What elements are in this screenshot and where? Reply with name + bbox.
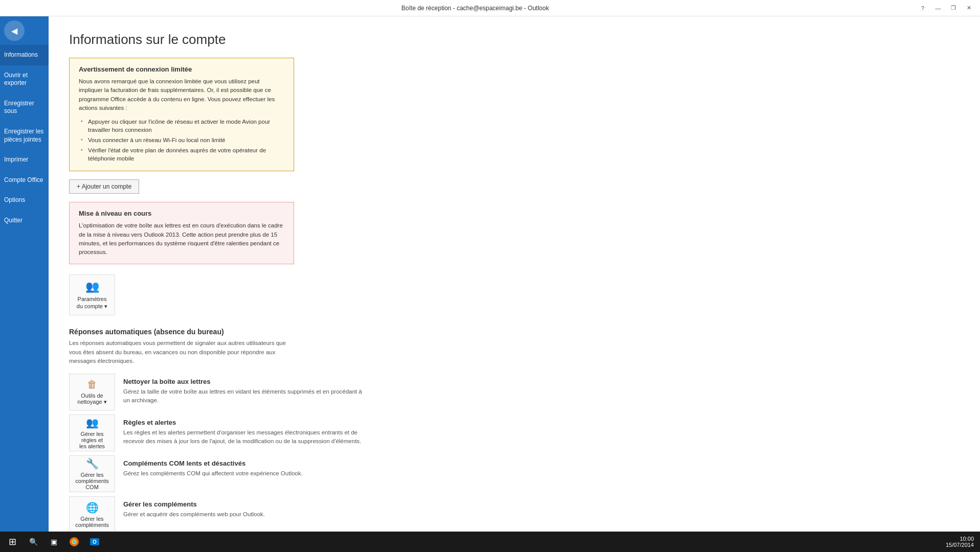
- com-text: Compléments COM lents et désactivés Gére…: [123, 455, 303, 478]
- rules-text: Règles et alertes Les règles et les aler…: [123, 415, 366, 446]
- sidebar-item-compte-office[interactable]: Compte Office: [0, 170, 49, 191]
- minimize-button[interactable]: —: [931, 3, 945, 14]
- warning-box: Avertissement de connexion limitée Nous …: [69, 58, 294, 171]
- svg-point-2: [73, 540, 76, 543]
- com-button[interactable]: 🔧 Gérer lescompléments COM: [69, 455, 115, 492]
- cleanup-icon: 🗑: [87, 379, 97, 390]
- restore-button[interactable]: ❐: [946, 3, 961, 14]
- svg-text:O: O: [93, 539, 97, 545]
- rules-button[interactable]: 👥 Gérer les règles etles alertes: [69, 415, 115, 451]
- back-icon: ◀: [11, 26, 17, 36]
- window-controls: ? — ❐ ✕: [916, 3, 976, 14]
- sidebar-item-enregistrer-pieces[interactable]: Enregistrer les pièces jointes: [0, 122, 49, 150]
- back-button[interactable]: ◀: [4, 20, 25, 41]
- addins-desc: Gérer et acquérir des compléments web po…: [123, 510, 265, 519]
- firefox-icon: [69, 536, 80, 547]
- page-title: Informations sur le compte: [69, 32, 960, 48]
- warning-list: Appuyer ou cliquer sur l'icône de réseau…: [79, 117, 284, 164]
- com-title: Compléments COM lents et désactivés: [123, 459, 303, 467]
- auto-replies-title: Réponses automatiques (absence du bureau…: [69, 328, 960, 336]
- sidebar-item-ouvrir-exporter[interactable]: Ouvrir et exporter: [0, 65, 49, 94]
- firefox-taskbar-button[interactable]: [64, 533, 84, 551]
- warning-item-2: Vous connecter à un réseau Wi-Fi ou loca…: [79, 135, 284, 145]
- outlook-taskbar-button[interactable]: O: [85, 533, 104, 551]
- sidebar-item-quitter[interactable]: Quitter: [0, 211, 49, 231]
- tool-row-com: 🔧 Gérer lescompléments COM Compléments C…: [69, 455, 366, 492]
- app-container: ◀ Informations Ouvrir et exporter Enregi…: [0, 16, 980, 532]
- close-button[interactable]: ✕: [962, 3, 976, 14]
- taskbar: ⊞ 🔍 ▣ O 10:00 15/07/2014: [0, 532, 980, 552]
- cleanup-button[interactable]: 🗑 Outils denettoyage ▾: [69, 374, 115, 410]
- auto-replies-section: Réponses automatiques (absence du bureau…: [69, 328, 960, 365]
- sidebar-item-imprimer[interactable]: Imprimer: [0, 150, 49, 170]
- task-view-icon: ▣: [48, 536, 59, 547]
- addins-button[interactable]: 🌐 Gérer lescompléments: [69, 496, 115, 532]
- help-button[interactable]: ?: [916, 3, 930, 14]
- auto-replies-desc: Les réponses automatiques vous permetten…: [69, 339, 299, 365]
- clock-time: 10:00: [946, 536, 974, 542]
- warning-text: Nous avons remarqué que la connexion lim…: [79, 77, 284, 112]
- rules-icon: 👥: [86, 417, 99, 429]
- sidebar: ◀ Informations Ouvrir et exporter Enregi…: [0, 16, 49, 532]
- tool-row-addins: 🌐 Gérer lescompléments Gérer les complém…: [69, 496, 366, 532]
- content-area: Informations sur le compte Avertissement…: [49, 16, 980, 532]
- rules-title: Règles et alertes: [123, 419, 366, 426]
- account-settings-container: 👥 Paramètresdu compte ▾: [69, 274, 960, 315]
- tool-row-cleanup: 🗑 Outils denettoyage ▾ Nettoyer la boîte…: [69, 374, 366, 410]
- task-view-button[interactable]: ▣: [44, 533, 63, 551]
- addins-icon: 🌐: [86, 501, 99, 514]
- taskbar-clock: 10:00 15/07/2014: [942, 536, 978, 548]
- account-settings-icon: 👥: [85, 280, 99, 293]
- upgrade-text: L'optimisation de votre boîte aux lettre…: [79, 221, 284, 257]
- addins-text: Gérer les compléments Gérer et acquérir …: [123, 496, 265, 519]
- search-taskbar-button[interactable]: 🔍: [24, 533, 43, 551]
- com-label: Gérer lescompléments COM: [73, 472, 112, 490]
- upgrade-box: Mise à niveau en cours L'optimisation de…: [69, 202, 294, 264]
- start-button[interactable]: ⊞: [2, 532, 23, 552]
- cleanup-label: Outils denettoyage ▾: [77, 393, 106, 405]
- add-account-button[interactable]: + Ajouter un compte: [69, 179, 139, 194]
- sidebar-item-enregistrer-sous[interactable]: Enregistrer sous: [0, 94, 49, 122]
- cleanup-text: Nettoyer la boîte aux lettres Gérez la t…: [123, 374, 366, 405]
- start-icon: ⊞: [9, 536, 16, 547]
- search-taskbar-icon: 🔍: [28, 536, 39, 547]
- addins-title: Gérer les compléments: [123, 500, 265, 508]
- warning-item-3: Vérifier l'état de votre plan de données…: [79, 145, 284, 164]
- upgrade-heading: Mise à niveau en cours: [79, 210, 284, 217]
- tool-row-rules: 👥 Gérer les règles etles alertes Règles …: [69, 415, 366, 451]
- warning-item-1: Appuyer ou cliquer sur l'icône de réseau…: [79, 117, 284, 135]
- com-icon: 🔧: [86, 457, 99, 470]
- cleanup-desc: Gérez la taille de votre boîte aux lettr…: [123, 387, 366, 405]
- window-title: Boîte de réception - cache@espaceimagi.b…: [35, 5, 916, 12]
- cleanup-title: Nettoyer la boîte aux lettres: [123, 378, 366, 385]
- warning-heading: Avertissement de connexion limitée: [79, 65, 284, 73]
- rules-label: Gérer les règles etles alertes: [73, 431, 112, 449]
- account-settings-label: Paramètresdu compte ▾: [77, 295, 107, 310]
- com-desc: Gérez les compléments COM qui affectent …: [123, 469, 303, 478]
- account-settings-button[interactable]: 👥 Paramètresdu compte ▾: [69, 274, 115, 315]
- sidebar-item-informations[interactable]: Informations: [0, 45, 49, 65]
- rules-desc: Les règles et les alertes permettent d'o…: [123, 428, 366, 446]
- titlebar: Boîte de réception - cache@espaceimagi.b…: [0, 0, 980, 16]
- addins-label: Gérer lescompléments: [75, 516, 108, 528]
- clock-date: 15/07/2014: [946, 542, 974, 548]
- outlook-icon: O: [89, 536, 100, 547]
- sidebar-item-options[interactable]: Options: [0, 190, 49, 211]
